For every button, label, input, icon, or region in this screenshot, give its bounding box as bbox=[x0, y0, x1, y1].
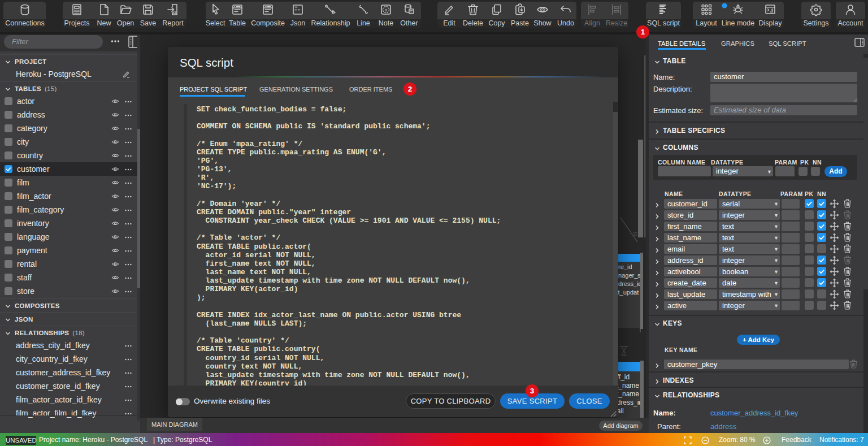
svg-text:a: a bbox=[385, 7, 388, 12]
